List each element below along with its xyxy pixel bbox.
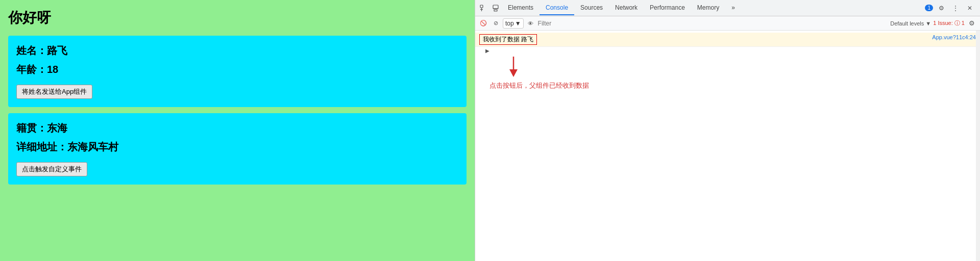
devtools-panel: Elements Console Sources Network Perform… xyxy=(475,0,980,261)
more-options-icon[interactable]: ⋮ xyxy=(949,2,962,14)
tab-elements[interactable]: Elements xyxy=(502,1,540,15)
log-source[interactable]: App.vue?11c4:24 xyxy=(932,34,976,40)
tab-memory[interactable]: Memory xyxy=(691,1,725,15)
issue-label: 1 Issue: ⓘ 1 xyxy=(933,19,965,27)
console-content: 我收到了数据 路飞 App.vue?11c4:24 ▶ 点击按钮后，父组件已经收… xyxy=(475,31,980,261)
vertical-scrollbar[interactable] xyxy=(976,31,980,261)
expand-arrow-icon[interactable]: ▶ xyxy=(485,48,489,54)
tab-console[interactable]: Console xyxy=(540,1,574,15)
red-down-arrow-icon xyxy=(506,57,521,77)
issue-badge[interactable]: 1 Issue: ⓘ 1 xyxy=(933,19,965,27)
top-label: top xyxy=(505,20,514,27)
birthplace-field: 籍贯：东海 xyxy=(16,121,458,135)
red-arrow-container xyxy=(475,55,980,79)
device-icon[interactable] xyxy=(489,2,502,14)
chevron-down-icon: ▼ xyxy=(515,20,521,27)
svg-rect-3 xyxy=(493,5,498,9)
log-text: 我收到了数据 路飞 xyxy=(479,34,537,45)
clear-console-icon[interactable]: 🚫 xyxy=(478,18,488,29)
name-field: 姓名：路飞 xyxy=(16,44,458,58)
top-selector[interactable]: top ▼ xyxy=(503,18,524,29)
console-settings-icon[interactable]: ⚙ xyxy=(967,18,977,29)
eye-icon[interactable]: 👁 xyxy=(526,18,536,29)
inspect-icon[interactable] xyxy=(477,2,489,14)
filter-icon[interactable]: ⊘ xyxy=(491,18,501,29)
console-toolbar: 🚫 ⊘ top ▼ 👁 Default levels ▼ 1 Issue: ⓘ … xyxy=(475,16,980,31)
console-comment: 点击按钮后，父组件已经收到数据 xyxy=(475,79,980,92)
tab-icons: 1 ⚙ ⋮ ✕ xyxy=(925,2,978,14)
browser-panel: 你好呀 姓名：路飞 年龄：18 将姓名发送给App组件 籍贯：东海 详细地址：东… xyxy=(0,0,475,261)
component-box-2: 籍贯：东海 详细地址：东海风车村 点击触发自定义事件 xyxy=(8,113,467,185)
app-title: 你好呀 xyxy=(8,8,467,28)
console-log-entry: 我收到了数据 路飞 App.vue?11c4:24 xyxy=(475,33,980,47)
default-levels[interactable]: Default levels ▼ xyxy=(890,20,931,27)
tab-more[interactable]: » xyxy=(725,1,741,15)
svg-rect-0 xyxy=(480,5,483,8)
address-field: 详细地址：东海风车村 xyxy=(16,140,458,154)
settings-icon[interactable]: ⚙ xyxy=(935,2,947,14)
filter-input[interactable] xyxy=(538,18,889,29)
component-box-1: 姓名：路飞 年龄：18 将姓名发送给App组件 xyxy=(8,36,467,107)
trigger-event-button[interactable]: 点击触发自定义事件 xyxy=(16,162,87,176)
tab-network[interactable]: Network xyxy=(609,1,644,15)
badge-count: 1 xyxy=(925,5,933,11)
tab-sources[interactable]: Sources xyxy=(574,1,609,15)
close-devtools-icon[interactable]: ✕ xyxy=(964,2,976,14)
devtools-tabbar: Elements Console Sources Network Perform… xyxy=(475,0,980,16)
svg-rect-4 xyxy=(494,10,497,11)
tab-performance[interactable]: Performance xyxy=(644,1,691,15)
send-name-button[interactable]: 将姓名发送给App组件 xyxy=(16,85,92,99)
svg-marker-7 xyxy=(509,69,518,77)
age-field: 年龄：18 xyxy=(16,63,458,76)
expand-row: ▶ xyxy=(475,47,980,55)
